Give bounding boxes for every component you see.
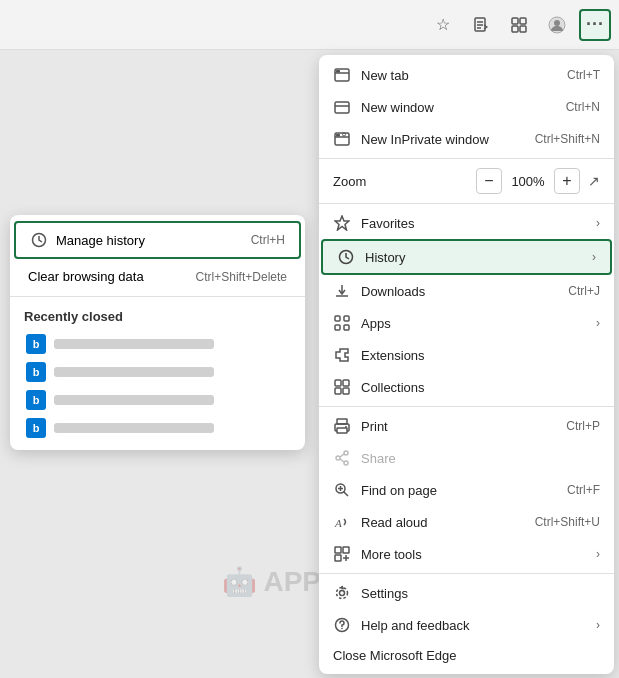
help-chevron: › — [596, 618, 600, 632]
zoom-expand-icon[interactable]: ↗ — [588, 173, 600, 189]
find-on-page-left: Find on page — [333, 481, 437, 499]
history-icon — [337, 248, 355, 266]
svg-rect-48 — [335, 555, 341, 561]
recently-closed-item-3[interactable]: b — [24, 386, 291, 414]
apps-item[interactable]: Apps › — [319, 307, 614, 339]
new-tab-label: New tab — [361, 68, 409, 83]
zoom-controls: − 100% + ↗ — [476, 168, 600, 194]
collections-label: Collections — [361, 380, 425, 395]
share-icon — [333, 449, 351, 467]
new-window-icon — [333, 98, 351, 116]
browser-toolbar: ☆ ··· — [0, 0, 619, 50]
settings-item[interactable]: Settings — [319, 577, 614, 609]
more-icon[interactable]: ··· — [579, 9, 611, 41]
favorites-label: Favorites — [361, 216, 414, 231]
history-item[interactable]: History › — [321, 239, 612, 275]
zoom-out-button[interactable]: − — [476, 168, 502, 194]
svg-rect-31 — [343, 388, 349, 394]
history-clock-icon — [30, 231, 48, 249]
zoom-in-button[interactable]: + — [554, 168, 580, 194]
more-tools-left: More tools — [333, 545, 422, 563]
clear-browsing-label: Clear browsing data — [28, 269, 144, 284]
downloads-item[interactable]: Downloads Ctrl+J — [319, 275, 614, 307]
more-tools-item[interactable]: More tools › — [319, 538, 614, 570]
favorites-menu-icon — [333, 214, 351, 232]
clear-browsing-shortcut: Ctrl+Shift+Delete — [196, 270, 287, 284]
collections-left: Collections — [333, 378, 425, 396]
svg-rect-28 — [335, 380, 341, 386]
svg-rect-30 — [335, 388, 341, 394]
more-tools-label: More tools — [361, 547, 422, 562]
new-window-shortcut: Ctrl+N — [566, 100, 600, 114]
svg-rect-7 — [520, 26, 526, 32]
main-menu: New tab Ctrl+T New window Ctrl+N — [319, 55, 614, 674]
bing-favicon-3: b — [26, 390, 46, 410]
svg-rect-34 — [337, 428, 347, 433]
svg-point-51 — [340, 591, 345, 596]
reading-list-icon[interactable] — [465, 9, 497, 41]
svg-rect-27 — [344, 325, 349, 330]
clear-browsing-item[interactable]: Clear browsing data Ctrl+Shift+Delete — [14, 261, 301, 292]
favorites-item[interactable]: Favorites › — [319, 207, 614, 239]
favorites-icon[interactable]: ☆ — [427, 9, 459, 41]
help-item[interactable]: Help and feedback › — [319, 609, 614, 641]
svg-point-36 — [344, 451, 348, 455]
apps-label: Apps — [361, 316, 391, 331]
more-tools-chevron: › — [596, 547, 600, 561]
new-tab-item[interactable]: New tab Ctrl+T — [319, 59, 614, 91]
tab-title-1 — [54, 339, 214, 349]
collections-icon[interactable] — [503, 9, 535, 41]
svg-rect-26 — [335, 325, 340, 330]
apps-left: Apps — [333, 314, 391, 332]
find-on-page-icon — [333, 481, 351, 499]
svg-rect-5 — [520, 18, 526, 24]
main-content: Manage history Ctrl+H Clear browsing dat… — [0, 50, 619, 678]
print-shortcut: Ctrl+P — [566, 419, 600, 433]
share-left: Share — [333, 449, 396, 467]
new-window-item[interactable]: New window Ctrl+N — [319, 91, 614, 123]
svg-point-54 — [341, 628, 343, 630]
new-inprivate-item[interactable]: New InPrivate window Ctrl+Shift+N — [319, 123, 614, 155]
close-edge-left: Close Microsoft Edge — [333, 648, 457, 663]
downloads-label: Downloads — [361, 284, 425, 299]
submenu-divider — [10, 296, 305, 297]
bing-favicon-4: b — [26, 418, 46, 438]
svg-rect-4 — [512, 18, 518, 24]
svg-text:A: A — [334, 517, 342, 529]
print-label: Print — [361, 419, 388, 434]
new-tab-shortcut: Ctrl+T — [567, 68, 600, 82]
history-submenu: Manage history Ctrl+H Clear browsing dat… — [10, 215, 305, 450]
recently-closed-item-1[interactable]: b — [24, 330, 291, 358]
bing-favicon-1: b — [26, 334, 46, 354]
new-inprivate-shortcut: Ctrl+Shift+N — [535, 132, 600, 146]
find-on-page-item[interactable]: Find on page Ctrl+F — [319, 474, 614, 506]
svg-rect-29 — [343, 380, 349, 386]
manage-history-shortcut: Ctrl+H — [251, 233, 285, 247]
divider-1 — [319, 158, 614, 159]
divider-2 — [319, 203, 614, 204]
extensions-label: Extensions — [361, 348, 425, 363]
new-window-left: New window — [333, 98, 434, 116]
extensions-icon — [333, 346, 351, 364]
svg-point-19 — [343, 133, 346, 136]
zoom-value: 100% — [510, 174, 546, 189]
close-edge-item[interactable]: Close Microsoft Edge — [319, 641, 614, 670]
svg-rect-25 — [344, 316, 349, 321]
print-item[interactable]: Print Ctrl+P — [319, 410, 614, 442]
print-left: Print — [333, 417, 388, 435]
divider-4 — [319, 573, 614, 574]
svg-point-9 — [554, 20, 560, 26]
read-aloud-item[interactable]: A Read aloud Ctrl+Shift+U — [319, 506, 614, 538]
manage-history-item[interactable]: Manage history Ctrl+H — [14, 221, 301, 259]
extensions-item[interactable]: Extensions — [319, 339, 614, 371]
history-chevron: › — [592, 250, 596, 264]
recently-closed-item-2[interactable]: b — [24, 358, 291, 386]
read-aloud-left: A Read aloud — [333, 513, 428, 531]
downloads-left: Downloads — [333, 282, 425, 300]
inprivate-icon — [333, 130, 351, 148]
read-aloud-label: Read aloud — [361, 515, 428, 530]
tab-title-2 — [54, 367, 214, 377]
collections-item[interactable]: Collections — [319, 371, 614, 403]
recently-closed-item-4[interactable]: b — [24, 414, 291, 442]
profile-icon[interactable] — [541, 9, 573, 41]
